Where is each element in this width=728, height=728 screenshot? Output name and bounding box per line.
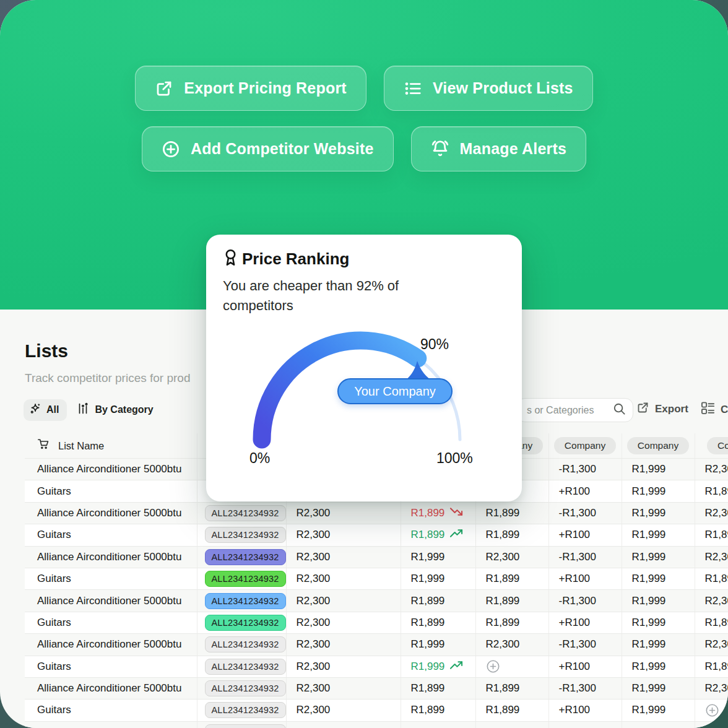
bell-icon [431, 140, 449, 158]
search-icon[interactable] [613, 402, 626, 418]
sku-cell: ALL2341234932 [197, 634, 286, 656]
price-cell: R1,899 [695, 568, 728, 589]
tab-all[interactable]: All [24, 399, 67, 421]
table-row[interactable]: ALL2341234932 [25, 721, 728, 728]
cart-icon [37, 438, 51, 454]
price-cell: R1,899 [475, 502, 548, 524]
sku-cell: ALL2341234932 [197, 677, 286, 699]
sparkles-icon [30, 403, 41, 417]
sku-cell: ALL2341234932 [197, 721, 286, 728]
table-row[interactable]: GuitarsALL2341234932R2,300R1,899R1,899+R… [25, 612, 728, 633]
plus-circle-icon [162, 140, 180, 158]
table-row[interactable]: Alliance Airconditioner 5000btuALL234123… [25, 677, 728, 699]
list-name-cell: Guitars [25, 524, 197, 546]
sku-badge: ALL2341234932 [205, 571, 286, 587]
price-cell: +R100 [548, 480, 622, 502]
sku-cell: ALL2341234932 [197, 656, 286, 677]
price-cell: R2,300 [286, 634, 401, 656]
price-cell: R1,899 [401, 677, 475, 699]
price-cell [548, 721, 622, 728]
company-header[interactable]: Company [695, 433, 728, 459]
price-cell: R1,899 [475, 568, 548, 589]
table-row[interactable]: GuitarsALL2341234932R2,300R1,999R1,899+R… [25, 568, 728, 589]
trend-down-icon [450, 507, 463, 519]
price-cell: R2,300 [286, 677, 401, 699]
table-row[interactable]: Alliance Airconditioner 5000btuALL234123… [25, 634, 728, 656]
price-cell: -R1,300 [548, 590, 622, 612]
price-cell: +R100 [548, 524, 622, 546]
table-row[interactable]: Alliance Airconditioner 5000btuALL234123… [25, 590, 728, 612]
page-title: Lists [25, 340, 68, 362]
gauge-marker-label: 90% [420, 336, 449, 353]
filter-tabs: All By Category [24, 399, 154, 420]
search-input[interactable] [518, 405, 613, 416]
list-name-cell: Alliance Airconditioner 5000btu [25, 502, 197, 524]
list-name-cell: Guitars [25, 656, 197, 677]
price-cell: R1,999 [622, 677, 695, 699]
price-cell: +R100 [548, 612, 622, 633]
button-label: Export Pricing Report [184, 79, 347, 97]
price-cell [475, 721, 548, 728]
hero-button-group: Export Pricing Report View Product Lists [0, 66, 728, 171]
price-cell: R1,999 [401, 546, 475, 568]
export-button[interactable]: Export [636, 401, 688, 417]
manage-alerts-button[interactable]: Manage Alerts [411, 126, 587, 171]
price-cell: R2,300 [286, 612, 401, 633]
price-cell: R2,300 [695, 677, 728, 699]
columns-button[interactable]: C [701, 401, 728, 418]
add-price-icon[interactable] [476, 659, 548, 674]
view-product-lists-button[interactable]: View Product Lists [384, 66, 593, 111]
price-cell [622, 721, 695, 728]
trend-up-icon [450, 661, 463, 673]
company-header[interactable]: Company [622, 433, 695, 459]
list-name-header[interactable]: List Name [25, 433, 197, 459]
price-cell: R2,300 [695, 502, 728, 524]
trend-up-icon [450, 529, 463, 541]
price-cell: R1,999 [622, 590, 695, 612]
price-cell: R1,999 [622, 700, 695, 721]
price-cell: R1,899 [475, 524, 548, 546]
price-cell: R1,999 [622, 480, 695, 502]
price-ranking-card: Price Ranking You are cheaper than 92% o… [206, 235, 522, 501]
price-cell: R2,300 [695, 634, 728, 656]
price-cell: -R1,300 [548, 634, 622, 656]
price-cell: R1,999 [401, 634, 475, 656]
price-cell: R1,999 [622, 612, 695, 633]
tab-by-category[interactable]: By Category [77, 402, 153, 417]
gauge-max-label: 100% [436, 450, 473, 467]
add-competitor-website-button[interactable]: Add Competitor Website [142, 126, 394, 171]
table-row[interactable]: GuitarsALL2341234932R2,300R1,899R1,899+R… [25, 524, 728, 546]
price-cell[interactable] [475, 656, 548, 677]
price-cell: R1,999 [622, 524, 695, 546]
list-name-cell: Alliance Airconditioner 5000btu [25, 590, 197, 612]
price-cell: R1,999 [401, 568, 475, 589]
export-pricing-report-button[interactable]: Export Pricing Report [135, 66, 366, 111]
price-cell[interactable] [695, 700, 728, 721]
sku-cell: ALL2341234932 [197, 590, 286, 612]
price-cell: R2,300 [286, 524, 401, 546]
table-row[interactable]: GuitarsALL2341234932R2,300R1,999+R100R1,… [25, 656, 728, 677]
sku-badge: ALL2341234932 [205, 724, 286, 728]
button-label: Manage Alerts [460, 140, 567, 158]
gauge-min-label: 0% [249, 450, 270, 467]
table-row[interactable]: GuitarsALL2341234932R2,300R1,899R1,899+R… [25, 700, 728, 721]
price-cell: R1,899 [695, 524, 728, 546]
company-header[interactable]: Company [548, 433, 622, 459]
sku-cell: ALL2341234932 [197, 700, 286, 721]
price-cell: R1,899 [475, 677, 548, 699]
add-price-icon[interactable] [695, 703, 728, 717]
list-name-cell: Guitars [25, 612, 197, 633]
sku-cell: ALL2341234932 [197, 612, 286, 633]
table-row[interactable]: Alliance Airconditioner 5000btuALL234123… [25, 502, 728, 524]
price-cell: R1,899 [695, 612, 728, 633]
price-cell [401, 721, 475, 728]
list-name-cell: Alliance Airconditioner 5000btu [25, 634, 197, 656]
your-company-tooltip: Your Company [337, 378, 453, 404]
export-label: Export [655, 403, 688, 415]
table-row[interactable]: Alliance Airconditioner 5000btuALL234123… [25, 546, 728, 568]
list-name-cell [25, 721, 197, 728]
tab-label: All [46, 404, 59, 415]
price-cell: R2,300 [695, 590, 728, 612]
price-cell: R1,899 [401, 700, 475, 721]
price-cell: R1,999 [622, 568, 695, 589]
